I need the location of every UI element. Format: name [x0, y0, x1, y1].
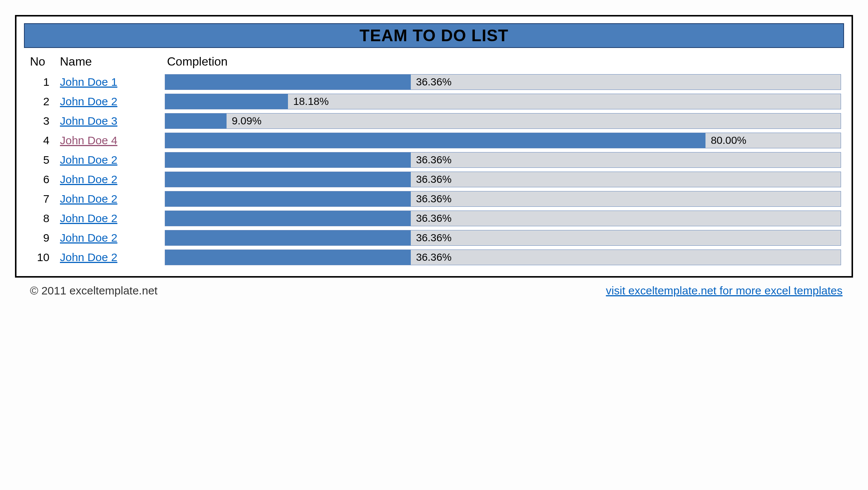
member-link[interactable]: John Doe 2: [60, 232, 117, 244]
progress-bar-fill: [165, 75, 411, 90]
cell-no: 1: [30, 76, 60, 88]
progress-bar-fill: [165, 191, 411, 206]
progress-bar-label: 36.36%: [411, 193, 452, 205]
member-link[interactable]: John Doe 2: [60, 251, 117, 263]
progress-bar: 18.18%: [165, 94, 841, 109]
table-header-row: No Name Completion: [24, 55, 844, 72]
cell-name: John Doe 2: [60, 212, 165, 225]
cell-name: John Doe 2: [60, 251, 165, 264]
cell-completion: 36.36%: [165, 230, 844, 246]
progress-bar-label: 36.36%: [411, 173, 452, 185]
cell-completion: 9.09%: [165, 113, 844, 129]
progress-bar-fill: [165, 250, 411, 265]
cell-name: John Doe 2: [60, 154, 165, 166]
cell-completion: 18.18%: [165, 94, 844, 109]
cell-completion: 36.36%: [165, 172, 844, 187]
cell-name: John Doe 4: [60, 134, 165, 147]
footer: © 2011 exceltemplate.net visit exceltemp…: [15, 278, 853, 297]
title-bar: TEAM TO DO LIST: [24, 23, 844, 48]
progress-bar: 36.36%: [165, 191, 841, 207]
header-completion: Completion: [165, 55, 844, 69]
progress-bar-fill: [165, 152, 411, 167]
header-no: No: [30, 55, 60, 69]
todo-table: No Name Completion 1John Doe 136.36%2Joh…: [24, 55, 844, 267]
table-row: 2John Doe 218.18%: [24, 92, 844, 111]
progress-bar-label: 36.36%: [411, 251, 452, 263]
footer-link-wrap: visit exceltemplate.net for more excel t…: [606, 284, 843, 297]
table-body: 1John Doe 136.36%2John Doe 218.18%3John …: [24, 72, 844, 267]
cell-name: John Doe 1: [60, 76, 165, 88]
header-name: Name: [60, 55, 165, 69]
progress-bar-label: 36.36%: [411, 76, 452, 88]
progress-bar: 36.36%: [165, 211, 841, 226]
member-link[interactable]: John Doe 2: [60, 173, 117, 185]
spreadsheet-frame: TEAM TO DO LIST No Name Completion 1John…: [15, 15, 853, 278]
progress-bar-label: 36.36%: [411, 212, 452, 224]
member-link[interactable]: John Doe 2: [60, 95, 117, 108]
table-row: 10John Doe 236.36%: [24, 248, 844, 267]
cell-completion: 36.36%: [165, 249, 844, 265]
cell-no: 10: [30, 251, 60, 264]
cell-name: John Doe 2: [60, 173, 165, 186]
progress-bar: 36.36%: [165, 172, 841, 187]
cell-no: 3: [30, 115, 60, 127]
table-row: 9John Doe 236.36%: [24, 228, 844, 248]
member-link[interactable]: John Doe 1: [60, 76, 117, 88]
progress-bar-label: 18.18%: [288, 96, 329, 108]
progress-bar: 36.36%: [165, 230, 841, 246]
copyright-text: © 2011 exceltemplate.net: [30, 284, 158, 297]
table-row: 3John Doe 39.09%: [24, 111, 844, 131]
cell-no: 9: [30, 232, 60, 244]
progress-bar: 36.36%: [165, 152, 841, 168]
cell-no: 5: [30, 154, 60, 166]
cell-no: 2: [30, 95, 60, 108]
member-link[interactable]: John Doe 4: [60, 134, 117, 146]
cell-no: 4: [30, 134, 60, 147]
member-link[interactable]: John Doe 2: [60, 193, 117, 205]
progress-bar-fill: [165, 172, 411, 187]
progress-bar-label: 9.09%: [227, 115, 261, 127]
member-link[interactable]: John Doe 2: [60, 154, 117, 166]
progress-bar: 80.00%: [165, 133, 841, 148]
cell-no: 6: [30, 173, 60, 186]
progress-bar-fill: [165, 94, 288, 109]
table-row: 6John Doe 236.36%: [24, 170, 844, 189]
table-row: 7John Doe 236.36%: [24, 189, 844, 209]
member-link[interactable]: John Doe 2: [60, 212, 117, 224]
progress-bar-label: 80.00%: [705, 134, 746, 146]
progress-bar-fill: [165, 211, 411, 226]
progress-bar-label: 36.36%: [411, 232, 452, 244]
progress-bar-label: 36.36%: [411, 154, 452, 166]
table-row: 8John Doe 236.36%: [24, 209, 844, 228]
member-link[interactable]: John Doe 3: [60, 115, 117, 127]
table-row: 1John Doe 136.36%: [24, 72, 844, 92]
progress-bar: 36.36%: [165, 74, 841, 90]
cell-name: John Doe 3: [60, 115, 165, 127]
progress-bar-fill: [165, 133, 705, 148]
table-row: 5John Doe 236.36%: [24, 150, 844, 170]
cell-completion: 36.36%: [165, 152, 844, 168]
progress-bar: 9.09%: [165, 113, 841, 129]
cell-name: John Doe 2: [60, 95, 165, 108]
cell-name: John Doe 2: [60, 193, 165, 205]
cell-completion: 36.36%: [165, 211, 844, 226]
cell-completion: 36.36%: [165, 74, 844, 90]
more-templates-link[interactable]: visit exceltemplate.net for more excel t…: [606, 284, 843, 297]
cell-completion: 80.00%: [165, 133, 844, 148]
cell-no: 7: [30, 193, 60, 205]
page-title: TEAM TO DO LIST: [25, 26, 843, 45]
cell-completion: 36.36%: [165, 191, 844, 207]
cell-name: John Doe 2: [60, 232, 165, 244]
progress-bar-fill: [165, 114, 227, 128]
table-row: 4John Doe 480.00%: [24, 131, 844, 150]
progress-bar: 36.36%: [165, 249, 841, 265]
progress-bar-fill: [165, 230, 411, 245]
cell-no: 8: [30, 212, 60, 225]
